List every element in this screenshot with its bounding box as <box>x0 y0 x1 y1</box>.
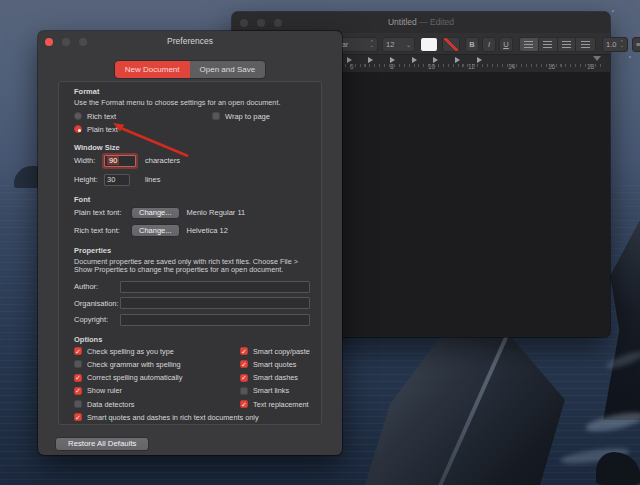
ruler-number: 8 <box>390 63 394 70</box>
properties-description: Document properties are saved only with … <box>74 258 312 275</box>
change-plain-font-button[interactable]: Change... <box>131 207 180 220</box>
bold-button[interactable]: B <box>465 37 479 52</box>
textedit-titlebar[interactable]: Untitled — Edited <box>232 12 610 33</box>
option-label: Smart quotes and dashes in rich text doc… <box>87 413 259 422</box>
line-spacing-value: 1.0 <box>606 40 616 49</box>
zoom-icon[interactable] <box>274 19 282 27</box>
plain-font-value: Menlo Regular 11 <box>187 208 246 217</box>
font-heading: Font <box>74 195 311 204</box>
check-spelling-checkbox[interactable] <box>74 347 82 355</box>
smart-dashes-checkbox[interactable] <box>240 374 248 382</box>
minimize-icon[interactable] <box>62 38 70 46</box>
align-left-icon <box>524 41 533 48</box>
list-style-dropdown[interactable]: ≡ ⌄ <box>632 37 640 52</box>
option-label: Text replacement <box>253 400 309 409</box>
annotation-arrow <box>98 116 198 166</box>
height-label: Height: <box>74 175 104 184</box>
restore-all-defaults-button[interactable]: Restore All Defaults <box>55 437 149 452</box>
wrap-to-page-label: Wrap to page <box>225 112 270 121</box>
author-label: Author: <box>74 282 120 291</box>
line-spacing-stepper[interactable]: 1.0 ⌃⌄ <box>602 37 628 52</box>
align-right-button[interactable] <box>576 38 595 51</box>
textedit-window-title: Untitled — Edited <box>232 12 610 33</box>
right-indent-icon[interactable] <box>593 56 601 61</box>
align-right-icon <box>581 41 590 48</box>
option-label: Show ruler <box>87 386 122 395</box>
tab-stop-icon[interactable] <box>455 57 460 63</box>
data-detectors-checkbox[interactable] <box>74 400 82 408</box>
tab-stop-icon[interactable] <box>412 57 417 63</box>
document-title: Untitled <box>388 17 417 27</box>
document-edited-status: — Edited <box>419 17 454 27</box>
smart-quotes-rich-only-checkbox[interactable] <box>74 413 82 421</box>
check-grammar-checkbox[interactable] <box>74 360 82 368</box>
tab-stop-icon[interactable] <box>368 57 373 63</box>
font-size-value: 12 <box>386 40 394 49</box>
properties-heading: Properties <box>74 246 311 255</box>
rich-font-value: Helvetica 12 <box>187 226 228 235</box>
alignment-segmented-control <box>519 37 596 52</box>
text-color-well[interactable] <box>442 37 460 52</box>
list-icon: ≡ <box>636 40 640 49</box>
show-ruler-checkbox[interactable] <box>74 387 82 395</box>
plain-text-font-label: Plain text font: <box>74 208 131 217</box>
rich-text-radio[interactable] <box>74 112 82 120</box>
copyright-field[interactable] <box>120 314 310 326</box>
italic-button[interactable]: I <box>482 37 496 52</box>
height-value: 30 <box>107 175 115 184</box>
font-size-combo[interactable]: 12 ⌄ <box>382 37 415 52</box>
option-label: Smart links <box>253 386 289 395</box>
organisation-field[interactable] <box>120 297 310 309</box>
tab-stop-icon[interactable] <box>477 57 482 63</box>
format-heading: Format <box>74 87 311 96</box>
preferences-traffic-lights <box>45 38 87 46</box>
organisation-label: Organisation: <box>74 299 120 308</box>
ruler-number: 14 <box>508 63 515 70</box>
option-label: Correct spelling automatically <box>87 373 182 382</box>
preferences-titlebar[interactable]: Preferences <box>38 31 342 52</box>
text-replacement-checkbox[interactable] <box>240 400 248 408</box>
smart-links-checkbox[interactable] <box>240 387 248 395</box>
align-justify-icon <box>562 41 571 48</box>
option-label: Smart copy/paste <box>253 347 310 356</box>
close-icon[interactable] <box>45 38 53 46</box>
option-label: Smart dashes <box>253 373 298 382</box>
stepper-icon[interactable]: ⌃⌄ <box>370 41 374 48</box>
option-label: Check spelling as you type <box>87 347 174 356</box>
plain-text-radio[interactable] <box>74 125 82 133</box>
align-justify-button[interactable] <box>558 38 577 51</box>
format-description: Use the Format menu to choose settings f… <box>74 99 311 108</box>
ruler-number: 6 <box>350 63 354 70</box>
copyright-label: Copyright: <box>74 315 120 324</box>
height-field[interactable]: 30 <box>104 174 130 186</box>
font-name-combo[interactable]: lar ⌃⌄ <box>336 37 378 52</box>
stepper-icon: ⌃⌄ <box>620 41 624 48</box>
tab-new-document[interactable]: New Document <box>115 61 190 78</box>
minimize-icon[interactable] <box>257 19 265 27</box>
smart-quotes-checkbox[interactable] <box>240 360 248 368</box>
close-icon[interactable] <box>240 19 248 27</box>
smart-copy-paste-checkbox[interactable] <box>240 347 248 355</box>
underline-button[interactable]: U <box>499 37 513 52</box>
preferences-window: Preferences New Document Open and Save F… <box>38 31 342 455</box>
align-center-button[interactable] <box>539 38 558 51</box>
ruler-number: 12 <box>468 63 475 70</box>
text-background-color-well[interactable] <box>420 37 438 52</box>
change-rich-font-button[interactable]: Change... <box>131 224 180 237</box>
wallpaper-star <box>629 56 631 58</box>
wallpaper-star <box>612 10 614 12</box>
option-label: Check grammar with spelling <box>87 360 181 369</box>
ruler-number: 18 <box>587 63 594 70</box>
author-field[interactable] <box>120 281 310 293</box>
correct-spelling-checkbox[interactable] <box>74 374 82 382</box>
height-unit-label: lines <box>145 175 160 184</box>
ruler-number: 16 <box>548 63 555 70</box>
rich-text-font-label: Rich text font: <box>74 226 131 235</box>
chevron-down-icon: ⌄ <box>406 41 411 48</box>
preferences-tabs: New Document Open and Save <box>38 60 342 79</box>
textedit-traffic-lights <box>240 19 282 27</box>
wrap-to-page-checkbox[interactable] <box>212 112 220 120</box>
tab-open-and-save[interactable]: Open and Save <box>190 61 266 78</box>
zoom-icon[interactable] <box>79 38 87 46</box>
align-left-button[interactable] <box>520 38 539 51</box>
